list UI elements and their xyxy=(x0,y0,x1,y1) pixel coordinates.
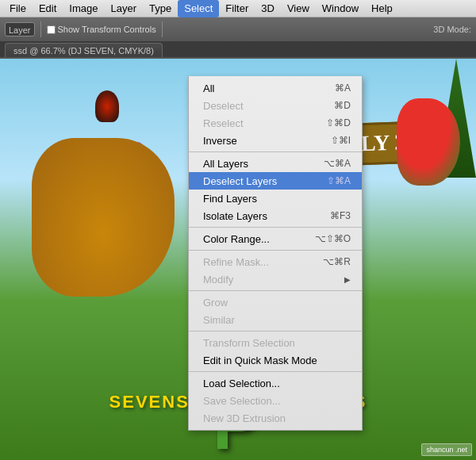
menu-item-deselect: Deselect ⌘D xyxy=(189,97,362,114)
menu-label-isolate-layers: Isolate Layers xyxy=(203,210,267,222)
menu-label-all: All xyxy=(203,82,214,94)
menubar-help[interactable]: Help xyxy=(365,0,399,17)
deer-figure xyxy=(32,138,175,297)
menu-shortcut-inverse: ⇧⌘I xyxy=(331,135,351,146)
menu-sep-3 xyxy=(189,250,362,251)
select-dropdown-menu: All ⌘A Deselect ⌘D Reselect ⇧⌘D Inverse … xyxy=(188,76,363,431)
menu-item-grow: Grow xyxy=(189,293,362,311)
menu-label-color-range: Color Range... xyxy=(203,233,270,245)
menu-label-all-layers: All Layers xyxy=(203,158,248,170)
menu-sep-5 xyxy=(189,331,362,332)
parrot-figure xyxy=(397,98,460,186)
canvas-area: LY 23 SEVENSTYLES PRESENTS P shancun .ne… xyxy=(0,59,476,460)
menu-label-similar: Similar xyxy=(203,314,235,326)
menubar-image[interactable]: Image xyxy=(63,0,104,17)
menu-label-reselect: Reselect xyxy=(203,117,244,129)
menu-item-isolate-layers[interactable]: Isolate Layers ⌘F3 xyxy=(189,207,362,224)
menu-shortcut-reselect: ⇧⌘D xyxy=(326,117,351,128)
menu-label-grow: Grow xyxy=(203,297,228,309)
menubar-window[interactable]: Window xyxy=(316,0,365,17)
menu-shortcut-isolate-layers: ⌘F3 xyxy=(330,210,351,221)
menu-item-reselect: Reselect ⇧⌘D xyxy=(189,114,362,132)
transform-controls-text: Show Transform Controls xyxy=(58,25,156,34)
menu-item-deselect-layers[interactable]: Deselect Layers ⇧⌘A xyxy=(189,172,362,190)
menu-shortcut-all: ⌘A xyxy=(335,82,351,94)
menu-sep-4 xyxy=(189,290,362,291)
menubar-file[interactable]: File xyxy=(3,0,33,17)
transform-controls-label: Show Transform Controls xyxy=(47,25,156,34)
menu-shortcut-refine-mask: ⌥⌘R xyxy=(323,256,351,267)
menu-item-refine-mask: Refine Mask... ⌥⌘R xyxy=(189,253,362,270)
menubar-filter[interactable]: Filter xyxy=(219,0,255,17)
menu-sep-2 xyxy=(189,227,362,228)
menu-item-find-layers[interactable]: Find Layers xyxy=(189,190,362,207)
menubar-edit[interactable]: Edit xyxy=(33,0,63,17)
menu-shortcut-all-layers: ⌥⌘A xyxy=(324,158,351,169)
menu-label-load-selection: Load Selection... xyxy=(203,378,280,389)
menubar: File Edit Image Layer Type Select Filter… xyxy=(0,0,476,17)
menu-item-transform-selection: Transform Selection xyxy=(189,334,362,351)
menu-label-new-3d-extrusion: New 3D Extrusion xyxy=(203,412,286,424)
hot-air-balloon xyxy=(95,90,119,122)
menu-item-save-selection: Save Selection... xyxy=(189,392,362,409)
menu-item-similar: Similar xyxy=(189,311,362,328)
3d-mode-label: 3D Mode: xyxy=(433,25,471,34)
toolbar-sep-2 xyxy=(162,21,163,37)
menu-item-inverse[interactable]: Inverse ⇧⌘I xyxy=(189,132,362,149)
menu-sep-1 xyxy=(189,151,362,152)
menu-item-load-selection[interactable]: Load Selection... xyxy=(189,374,362,392)
menu-shortcut-deselect-layers: ⇧⌘A xyxy=(327,175,351,186)
transform-controls-checkbox[interactable] xyxy=(47,25,56,34)
menu-sep-6 xyxy=(189,371,362,372)
menu-label-find-layers: Find Layers xyxy=(203,193,257,205)
menubar-layer[interactable]: Layer xyxy=(105,0,144,17)
menu-label-edit-quick-mask: Edit in Quick Mask Mode xyxy=(203,355,317,366)
menubar-3d[interactable]: 3D xyxy=(255,0,281,17)
menu-label-deselect-layers: Deselect Layers xyxy=(203,175,277,187)
menu-shortcut-color-range: ⌥⇧⌘O xyxy=(315,233,351,244)
menu-item-all[interactable]: All ⌘A xyxy=(189,79,362,97)
menubar-view[interactable]: View xyxy=(281,0,316,17)
toolbar: Layer Show Transform Controls 3D Mode: xyxy=(0,17,476,41)
modify-arrow-icon: ▶ xyxy=(344,275,351,284)
menu-label-refine-mask: Refine Mask... xyxy=(203,256,269,268)
menu-item-modify: Modify ▶ xyxy=(189,270,362,288)
watermark: shancun .net xyxy=(421,443,472,456)
menubar-select[interactable]: Select xyxy=(178,0,219,17)
menu-label-inverse: Inverse xyxy=(203,135,237,147)
layer-dropdown[interactable]: Layer xyxy=(5,22,35,36)
menubar-type[interactable]: Type xyxy=(143,0,178,17)
menu-item-color-range[interactable]: Color Range... ⌥⇧⌘O xyxy=(189,230,362,247)
menu-label-transform-selection: Transform Selection xyxy=(203,337,295,349)
menu-item-all-layers[interactable]: All Layers ⌥⌘A xyxy=(189,155,362,172)
tabbar: ssd @ 66.7% (DJ SEVEN, CMYK/8) xyxy=(0,41,476,59)
document-tab[interactable]: ssd @ 66.7% (DJ SEVEN, CMYK/8) xyxy=(5,43,163,57)
menu-label-modify: Modify xyxy=(203,274,233,286)
toolbar-sep-1 xyxy=(40,21,41,37)
menu-item-new-3d-extrusion: New 3D Extrusion xyxy=(189,409,362,427)
menu-label-deselect: Deselect xyxy=(203,100,244,112)
menu-label-save-selection: Save Selection... xyxy=(203,395,281,407)
menu-item-edit-quick-mask[interactable]: Edit in Quick Mask Mode xyxy=(189,351,362,369)
menu-shortcut-deselect: ⌘D xyxy=(334,100,351,111)
